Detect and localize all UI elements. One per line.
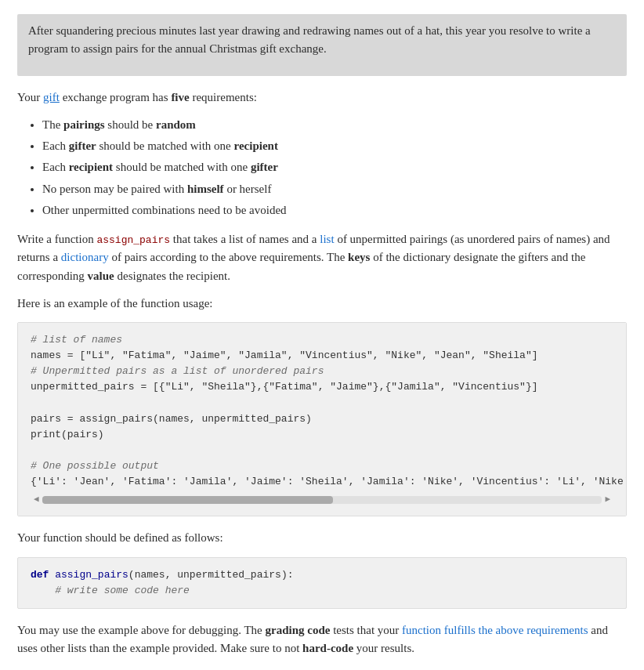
requirements-intro: Your gift exchange program has five requ… bbox=[17, 89, 627, 107]
code-line-4: unpermitted_pairs = [{"Li", "Sheila"},{"… bbox=[31, 379, 613, 395]
req-item-3: Each recipient should be matched with on… bbox=[42, 158, 627, 176]
req-item-1: The pairings should be random bbox=[42, 116, 627, 134]
scroll-left-arrow[interactable]: ◀ bbox=[31, 493, 42, 506]
requirements-list: The pairings should be random Each gifte… bbox=[42, 116, 627, 219]
footer-p1: You may use the example above for debugg… bbox=[17, 621, 627, 658]
code-def-line1: def assign_pairs(names, unpermitted_pair… bbox=[31, 567, 613, 583]
func-name-def: assign_pairs bbox=[55, 569, 128, 581]
list-link[interactable]: list bbox=[320, 233, 334, 245]
fulfills-link[interactable]: fulfills the above requirements bbox=[444, 624, 588, 636]
code-example-block: # list of names names = ["Li", "Fatima",… bbox=[17, 322, 627, 516]
req-item-4: No person may be paired with himself or … bbox=[42, 180, 627, 198]
code-line-output: {'Li': 'Jean', 'Fatima': 'Jamila', 'Jaim… bbox=[31, 474, 613, 490]
scrollbar-track[interactable] bbox=[42, 496, 602, 504]
assign-pairs-inline: assign_pairs bbox=[96, 234, 170, 246]
code-line-comment1: # list of names bbox=[31, 332, 613, 348]
footer-p2: Note: Unlike an ordered pair (i.e. a tup… bbox=[17, 667, 627, 670]
comment-output: # One possible output bbox=[31, 460, 159, 472]
description-paragraph: Write a function assign_pairs that takes… bbox=[17, 230, 627, 285]
code-definition-block: def assign_pairs(names, unpermitted_pair… bbox=[17, 557, 627, 609]
scrollbar-row: ◀ ▶ bbox=[31, 493, 613, 506]
def-keyword: def bbox=[31, 569, 49, 581]
code-line-comment3: # One possible output bbox=[31, 458, 613, 474]
comment-unpermitted: # Unpermitted pairs as a list of unorder… bbox=[31, 365, 324, 377]
scrollbar-thumb bbox=[42, 496, 334, 504]
intro-text: After squandering precious minutes last … bbox=[28, 22, 616, 59]
intro-block: After squandering precious minutes last … bbox=[17, 14, 627, 76]
req-item-5: Other unpermitted combinations need to b… bbox=[42, 201, 627, 219]
code-line-blank1 bbox=[31, 396, 613, 411]
code-line-2: names = ["Li", "Fatima", "Jaime", "Jamil… bbox=[31, 348, 613, 364]
gift-link[interactable]: gift bbox=[43, 91, 60, 103]
code-line-7: print(pairs) bbox=[31, 427, 613, 443]
code-def-line2: # write some code here bbox=[31, 583, 613, 599]
comment-names: # list of names bbox=[31, 334, 122, 346]
comment-write: # write some code here bbox=[55, 585, 190, 596]
req-item-2: Each gifter should be matched with one r… bbox=[42, 137, 627, 155]
function-link[interactable]: function bbox=[402, 624, 441, 636]
definition-intro: Your function should be defined as follo… bbox=[17, 529, 627, 547]
code-line-6: pairs = assign_pairs(names, unpermitted_… bbox=[31, 411, 613, 427]
dict-link[interactable]: dictionary bbox=[61, 251, 109, 263]
scroll-right-arrow[interactable]: ▶ bbox=[602, 493, 613, 506]
code-line-comment2: # Unpermitted pairs as a list of unorder… bbox=[31, 364, 613, 379]
code-line-blank2 bbox=[31, 443, 613, 458]
example-intro: Here is an example of the function usage… bbox=[17, 295, 627, 313]
